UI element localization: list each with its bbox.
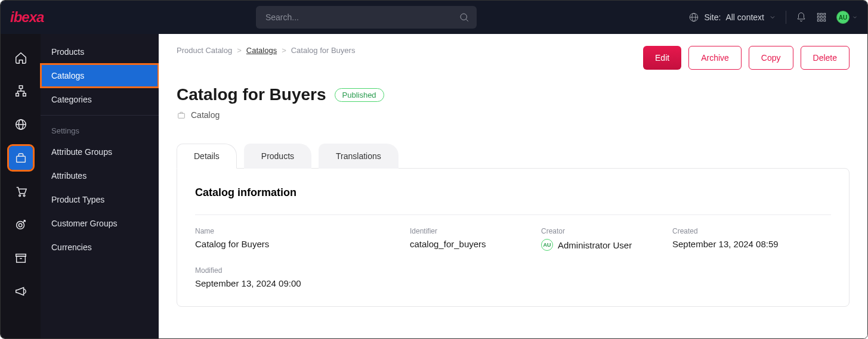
svg-rect-9 bbox=[820, 17, 822, 18]
svg-rect-5 bbox=[817, 13, 819, 15]
tabs: Details Products Translations bbox=[177, 144, 850, 169]
creator-avatar: AU bbox=[541, 239, 553, 251]
svg-point-24 bbox=[18, 223, 21, 227]
rail-item-home[interactable] bbox=[9, 46, 33, 70]
breadcrumb-root[interactable]: Product Catalog bbox=[177, 46, 232, 55]
avatar: AU bbox=[836, 11, 850, 24]
status-badge: Published bbox=[335, 88, 384, 102]
svg-rect-28 bbox=[178, 113, 185, 118]
svg-rect-10 bbox=[824, 17, 826, 18]
subnav-item-attribute-groups[interactable]: Attribute Groups bbox=[41, 140, 159, 164]
delete-button[interactable]: Delete bbox=[801, 46, 850, 70]
chevron-down-icon bbox=[852, 14, 858, 20]
svg-rect-14 bbox=[19, 86, 23, 89]
tab-translations[interactable]: Translations bbox=[319, 144, 399, 169]
breadcrumb-parent[interactable]: Catalogs bbox=[246, 46, 277, 55]
rail-item-catalog[interactable] bbox=[9, 146, 33, 170]
breadcrumb-current: Catalog for Buyers bbox=[291, 46, 356, 55]
site-label: Site: bbox=[704, 13, 721, 22]
svg-rect-16 bbox=[23, 94, 26, 97]
field-value-modified: September 13, 2024 09:00 bbox=[195, 278, 398, 288]
site-context[interactable]: Site: All context bbox=[688, 12, 776, 23]
svg-rect-7 bbox=[824, 13, 826, 15]
breadcrumb: Product Catalog > Catalogs > Catalog for… bbox=[177, 46, 355, 55]
svg-point-23 bbox=[16, 222, 24, 229]
apps-grid-icon[interactable] bbox=[816, 12, 827, 23]
field-value-creator: AU Administrator User bbox=[541, 239, 660, 251]
subnav-item-customer-groups[interactable]: Customer Groups bbox=[41, 212, 159, 235]
svg-line-1 bbox=[466, 19, 468, 21]
page-title: Catalog for Buyers bbox=[177, 85, 326, 104]
rail-item-megaphone[interactable] bbox=[9, 279, 33, 303]
content: Product Catalog > Catalogs > Catalog for… bbox=[159, 34, 867, 338]
globe-icon bbox=[688, 12, 699, 23]
subnav-item-products[interactable]: Products bbox=[41, 40, 159, 64]
rail-item-target[interactable] bbox=[9, 213, 33, 237]
rail-item-cart[interactable] bbox=[9, 179, 33, 203]
copy-button[interactable]: Copy bbox=[749, 46, 793, 70]
search-wrap bbox=[256, 6, 477, 29]
panel-heading: Catalog information bbox=[195, 186, 831, 199]
tab-details[interactable]: Details bbox=[177, 144, 237, 169]
top-right: Site: All context AU bbox=[688, 11, 858, 24]
subnav-item-currencies[interactable]: Currencies bbox=[41, 235, 159, 259]
svg-point-0 bbox=[461, 14, 467, 20]
breadcrumb-separator: > bbox=[237, 46, 242, 55]
topbar: ibexa Site: All context AU bbox=[1, 1, 867, 34]
breadcrumb-separator: > bbox=[282, 46, 286, 55]
field-label-created: Created bbox=[672, 227, 831, 235]
field-value-identifier: catalog_for_buyers bbox=[410, 239, 529, 249]
svg-rect-12 bbox=[820, 20, 822, 21]
svg-rect-13 bbox=[824, 20, 826, 21]
svg-point-21 bbox=[18, 195, 20, 197]
rail bbox=[1, 34, 41, 338]
panel-divider bbox=[195, 214, 831, 215]
edit-button[interactable]: Edit bbox=[643, 46, 681, 70]
svg-rect-26 bbox=[16, 254, 26, 257]
logo[interactable]: ibexa bbox=[10, 9, 44, 26]
subnav-item-catalogs[interactable]: Catalogs bbox=[41, 64, 159, 88]
field-label-modified: Modified bbox=[195, 266, 398, 275]
user-menu[interactable]: AU bbox=[836, 11, 858, 24]
subnav-item-product-types[interactable]: Product Types bbox=[41, 188, 159, 212]
search-input[interactable] bbox=[256, 6, 477, 29]
search-icon bbox=[459, 12, 469, 23]
rail-item-archive[interactable] bbox=[9, 246, 33, 270]
field-value-created: September 13, 2024 08:59 bbox=[672, 239, 831, 249]
svg-rect-25 bbox=[16, 256, 25, 262]
site-value: All context bbox=[725, 13, 764, 22]
svg-rect-11 bbox=[817, 20, 819, 21]
panel: Catalog information Name Catalog for Buy… bbox=[177, 168, 850, 307]
svg-rect-6 bbox=[820, 13, 822, 15]
catalog-icon bbox=[177, 110, 186, 120]
creator-name: Administrator User bbox=[558, 240, 632, 250]
subnav-item-categories[interactable]: Categories bbox=[41, 88, 159, 111]
svg-point-22 bbox=[23, 195, 25, 197]
divider bbox=[786, 11, 786, 24]
tab-products[interactable]: Products bbox=[244, 144, 311, 169]
bell-icon[interactable] bbox=[796, 12, 807, 23]
field-label-name: Name bbox=[195, 227, 398, 235]
svg-rect-20 bbox=[16, 156, 25, 162]
subnav-divider bbox=[41, 115, 159, 116]
chevron-down-icon bbox=[769, 14, 776, 21]
field-label-creator: Creator bbox=[541, 227, 660, 235]
svg-rect-8 bbox=[817, 17, 819, 18]
rail-item-globe[interactable] bbox=[9, 113, 33, 136]
field-label-identifier: Identifier bbox=[410, 227, 529, 235]
content-type: Catalog bbox=[191, 110, 220, 120]
archive-button[interactable]: Archive bbox=[688, 46, 742, 70]
subnav: Products Catalogs Categories Settings At… bbox=[41, 34, 159, 338]
subnav-settings-header: Settings bbox=[41, 119, 159, 140]
field-value-name: Catalog for Buyers bbox=[195, 239, 398, 249]
subnav-item-attributes[interactable]: Attributes bbox=[41, 164, 159, 188]
actions: Edit Archive Copy Delete bbox=[643, 46, 850, 70]
rail-item-sitemap[interactable] bbox=[9, 79, 33, 103]
svg-rect-15 bbox=[16, 94, 18, 97]
